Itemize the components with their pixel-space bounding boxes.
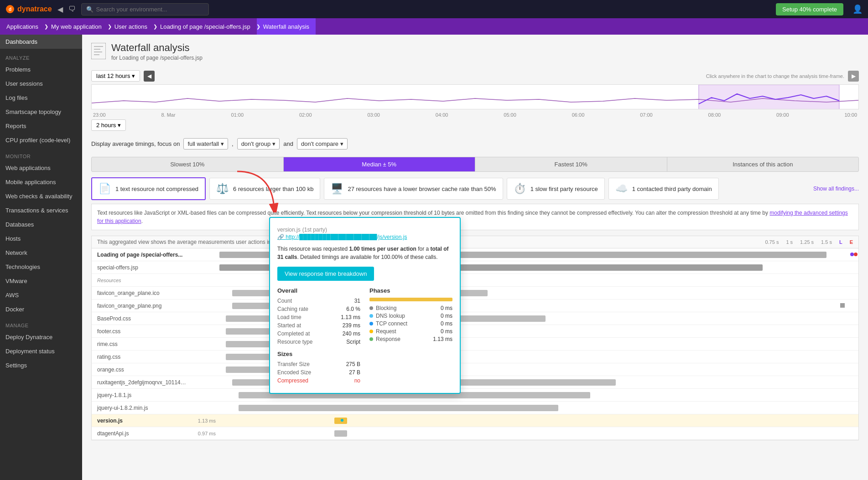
- search-input[interactable]: [96, 6, 204, 13]
- sizes-title: Sizes: [277, 351, 360, 357]
- table-row[interactable]: jquery-ui-1.8.2.min.js: [92, 402, 858, 414]
- phases-title: Phases: [369, 287, 452, 294]
- logo: d dynatrace: [5, 5, 52, 14]
- tab-slowest[interactable]: Slowest 10%: [92, 157, 284, 171]
- desc-link[interactable]: modifying the advanced settings for this…: [97, 210, 848, 224]
- sidebar-section-analyze: Analyze: [0, 49, 82, 62]
- cloud-icon: ☁️: [615, 183, 628, 195]
- breadcrumb-bar: Applications My web application User act…: [0, 18, 868, 35]
- tab-instances[interactable]: Instances of this action: [667, 157, 859, 171]
- phase-dns: DNS lookup 0 ms: [369, 313, 452, 319]
- timing-controls: Display average timings, focus on full w…: [91, 138, 859, 150]
- table-row[interactable]: dtagentApi.js 0.97 ms: [92, 427, 858, 440]
- table-row[interactable]: favicon_orange_plane.png: [92, 299, 858, 312]
- popup-row-started: Started at 239 ms: [277, 322, 360, 329]
- time-controls-row: last 12 hours ▾ ◀ Click anywhere in the …: [91, 70, 859, 82]
- hours-row: 2 hours ▾: [91, 119, 859, 131]
- popup-overall-section: Overall Count 31 Caching rate 6.0 % Load…: [277, 287, 360, 386]
- table-row-version-js[interactable]: version.js 1.13 ms: [92, 414, 858, 427]
- timing-label: Display average timings, focus on: [91, 140, 180, 147]
- sidebar-item-network[interactable]: Network: [0, 246, 82, 260]
- tab-median[interactable]: Median ± 5%: [284, 157, 476, 171]
- table-row[interactable]: rime.css: [92, 338, 858, 351]
- waterfall-icon: [91, 43, 106, 63]
- sidebar-item-settings[interactable]: Settings: [0, 358, 82, 372]
- sidebar-item-dashboards[interactable]: Dashboards: [0, 35, 82, 49]
- sidebar-item-mobile-applications[interactable]: Mobile applications: [0, 175, 82, 189]
- page-title: Waterfall analysis: [111, 42, 203, 54]
- popup-row-restype: Resource type Script: [277, 339, 360, 345]
- compare-select[interactable]: don't compare ▾: [297, 138, 348, 150]
- popup-description: This resource was requested 1.00 times p…: [277, 245, 452, 261]
- table-row[interactable]: rating.css: [92, 351, 858, 363]
- time-labels: 23:00 8. Mar 01:00 02:00 03:00 04:00 05:…: [91, 112, 859, 118]
- sidebar-item-reports[interactable]: Reports: [0, 119, 82, 133]
- back-button[interactable]: ◀: [57, 5, 63, 14]
- group-select[interactable]: don't group ▾: [237, 138, 280, 150]
- popup-phases-section: Phases Blocking 0 ms DNS lookup 0 ms TCP…: [369, 287, 452, 386]
- finding-slow-resource[interactable]: ⏱️ 1 slow first party resource: [507, 178, 605, 200]
- version-marker: [341, 419, 343, 422]
- sidebar-item-databases[interactable]: Databases: [0, 217, 82, 232]
- sidebar-item-log-files[interactable]: Log files: [0, 91, 82, 105]
- view-response-button[interactable]: View response time breakdown: [277, 267, 374, 281]
- timeline-chart[interactable]: [91, 84, 859, 109]
- hours-select[interactable]: 2 hours ▾: [91, 119, 126, 131]
- table-row[interactable]: special-offers.jsp: [92, 261, 858, 274]
- popup-row-completed: Completed at 240 ms: [277, 330, 360, 337]
- messages-icon[interactable]: 🗨: [68, 5, 76, 13]
- popup-url[interactable]: 🔗 http://████████████████████/js/version…: [277, 234, 452, 240]
- findings-row: 📄 1 text resource not compressed ⚖️ 6 re…: [91, 177, 859, 200]
- resource-popup: version.js (1st party) 🔗 http://████████…: [269, 217, 461, 394]
- finding-third-party[interactable]: ☁️ 1 contacted third party domain: [608, 178, 719, 200]
- sidebar-section-manage: Manage: [0, 316, 82, 330]
- table-row[interactable]: BaseProd.css: [92, 312, 858, 325]
- chart-back-button[interactable]: ◀: [144, 71, 155, 82]
- table-row[interactable]: orange.css: [92, 363, 858, 376]
- breadcrumb-user-actions[interactable]: User actions: [108, 18, 154, 35]
- table-row[interactable]: ruxitagentjs_2defgijmoqrvx_10114101...: [92, 376, 858, 389]
- overall-title: Overall: [277, 287, 360, 294]
- performance-tabs: Slowest 10% Median ± 5% Fastest 10% Inst…: [91, 157, 859, 172]
- chart-forward-button[interactable]: ▶: [848, 71, 859, 82]
- show-all-findings[interactable]: Show all findings...: [813, 186, 859, 192]
- time-range-select[interactable]: last 12 hours ▾: [91, 70, 140, 82]
- page-subtitle: for Loading of page /special-offers.jsp: [111, 55, 203, 61]
- popup-row-caching: Caching rate 6.0 %: [277, 306, 360, 312]
- sidebar-item-deployment-status[interactable]: Deployment status: [0, 344, 82, 358]
- breadcrumb-waterfall[interactable]: Waterfall analysis: [257, 18, 316, 35]
- sidebar-item-hosts[interactable]: Hosts: [0, 232, 82, 246]
- sidebar-item-smartscape[interactable]: Smartscape topology: [0, 105, 82, 119]
- breadcrumb-loading-page[interactable]: Loading of page /special-offers.jsp: [154, 18, 257, 35]
- sidebar-item-web-checks[interactable]: Web checks & availability: [0, 189, 82, 203]
- sidebar-item-aws[interactable]: AWS: [0, 288, 82, 302]
- tab-fastest[interactable]: Fastest 10%: [475, 157, 667, 171]
- sidebar-item-vmware[interactable]: VMware: [0, 274, 82, 288]
- search-box[interactable]: 🔍: [81, 3, 209, 15]
- table-row[interactable]: jquery-1.8.1.js: [92, 389, 858, 402]
- focus-select[interactable]: full waterfall ▾: [183, 138, 228, 150]
- breadcrumb-applications[interactable]: Applications: [0, 18, 45, 35]
- sidebar-item-docker[interactable]: Docker: [0, 302, 82, 316]
- setup-button[interactable]: Setup 40% complete: [776, 3, 843, 15]
- marker-e: [854, 253, 858, 256]
- sidebar-item-problems[interactable]: Problems: [0, 62, 82, 77]
- monitor-icon: 🖥️: [331, 183, 343, 195]
- table-row[interactable]: favicon_orange_plane.ico: [92, 287, 858, 299]
- sidebar-item-deploy[interactable]: Deploy Dynatrace: [0, 330, 82, 344]
- sidebar-section-monitor: Monitor: [0, 147, 82, 161]
- sidebar-item-technologies[interactable]: Technologies: [0, 260, 82, 274]
- sidebar-item-cpu-profiler[interactable]: CPU profiler (code-level): [0, 133, 82, 147]
- sidebar-item-transactions[interactable]: Transactions & services: [0, 203, 82, 217]
- table-row[interactable]: Loading of page /special-offers...: [92, 248, 858, 261]
- finding-browser-cache[interactable]: 🖥️ 27 resources have a lower browser cac…: [324, 178, 503, 200]
- table-row[interactable]: footer.css: [92, 325, 858, 338]
- sidebar-item-web-applications[interactable]: Web applications: [0, 161, 82, 175]
- breadcrumb-my-web-app[interactable]: My web application: [45, 18, 108, 35]
- sidebar-item-user-sessions[interactable]: User sessions: [0, 77, 82, 91]
- finding-text-resource[interactable]: 📄 1 text resource not compressed: [91, 177, 206, 200]
- user-icon[interactable]: 👤: [852, 4, 863, 14]
- waterfall-header: This aggregated view shows the average m…: [92, 236, 858, 248]
- finding-resources-large[interactable]: ⚖️ 6 resources larger than 100 kb: [209, 178, 320, 200]
- content-area: Waterfall analysis for Loading of page /…: [82, 35, 868, 480]
